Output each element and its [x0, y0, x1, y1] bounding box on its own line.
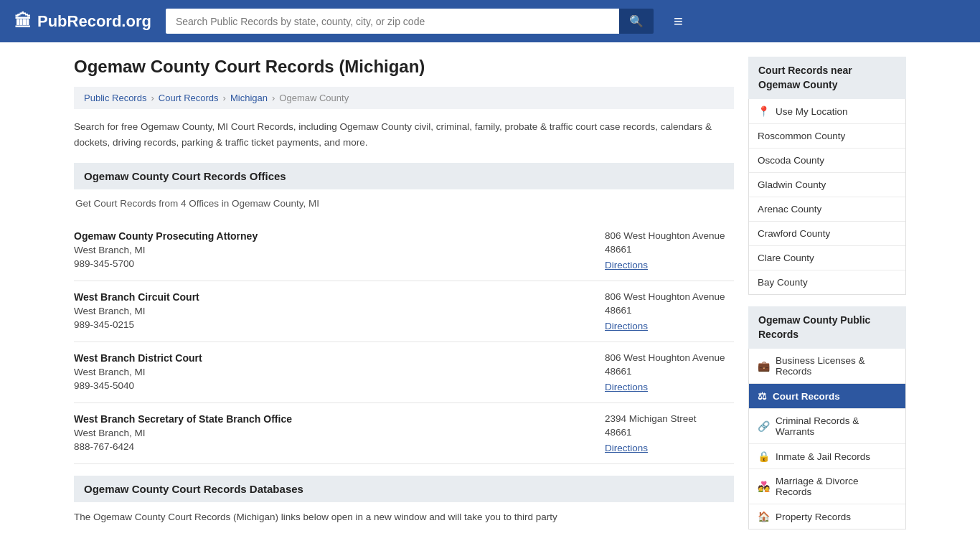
- office-address: 806 West Houghton Avenue: [605, 230, 734, 241]
- sidebar-nearby-title: Court Records nearOgemaw County: [748, 57, 906, 99]
- office-entry: West Branch District Court West Branch, …: [74, 342, 734, 403]
- content-area: Ogemaw County Court Records (Michigan) P…: [74, 57, 734, 541]
- sidebar-item-court-records[interactable]: ⚖ Court Records: [749, 384, 905, 409]
- office-right: 806 West Houghton Avenue 48661 Direction…: [590, 291, 734, 331]
- office-zip: 48661: [605, 366, 734, 377]
- sidebar: Court Records nearOgemaw County 📍 Use My…: [748, 57, 906, 541]
- lock-icon: 🔒: [758, 451, 770, 462]
- breadcrumb-sep-1: ›: [151, 93, 154, 103]
- directions-link[interactable]: Directions: [605, 382, 648, 392]
- sidebar-item-use-location[interactable]: 📍 Use My Location: [749, 99, 905, 124]
- office-phone: 989-345-5700: [74, 258, 590, 269]
- sidebar-item-inmate-records[interactable]: 🔒 Inmate & Jail Records: [749, 444, 905, 469]
- breadcrumb-ogemaw: Ogemaw County: [279, 93, 349, 103]
- sidebar-item-business-licenses[interactable]: 💼 Business Licenses & Records: [749, 349, 905, 384]
- office-phone: 888-767-6424: [74, 441, 590, 452]
- property-records-link[interactable]: Property Records: [776, 512, 851, 522]
- house-icon: 🏠: [758, 511, 770, 522]
- court-records-label: Court Records: [773, 391, 840, 402]
- briefcase-icon: 💼: [758, 360, 770, 372]
- sidebar-item-criminal-records[interactable]: 🔗 Criminal Records & Warrants: [749, 409, 905, 444]
- search-button[interactable]: 🔍: [619, 9, 654, 34]
- scales-icon: ⚖: [758, 390, 767, 402]
- sidebar-item-crawford[interactable]: Crawford County: [749, 222, 905, 246]
- page-title: Ogemaw County Court Records (Michigan): [74, 57, 734, 77]
- office-city: West Branch, MI: [74, 245, 590, 255]
- office-city: West Branch, MI: [74, 428, 590, 438]
- inmate-records-link[interactable]: Inmate & Jail Records: [776, 451, 870, 462]
- rings-icon: 💑: [758, 481, 770, 492]
- search-input[interactable]: [166, 9, 619, 34]
- search-bar: 🔍: [166, 9, 654, 34]
- sidebar-public-records-list: 💼 Business Licenses & Records ⚖ Court Re…: [748, 349, 906, 529]
- office-city: West Branch, MI: [74, 306, 590, 316]
- office-name: West Branch Circuit Court: [74, 291, 590, 303]
- menu-icon: ≡: [674, 12, 683, 30]
- main-container: Ogemaw County Court Records (Michigan) P…: [60, 42, 920, 551]
- criminal-records-link[interactable]: Criminal Records & Warrants: [776, 415, 897, 437]
- office-name: West Branch Secretary of State Branch Of…: [74, 413, 590, 425]
- office-zip: 48661: [605, 244, 734, 255]
- sidebar-item-property-records[interactable]: 🏠 Property Records: [749, 504, 905, 529]
- office-left: West Branch Secretary of State Branch Of…: [74, 413, 590, 452]
- sidebar-public-records-title: Ogemaw County PublicRecords: [748, 306, 906, 349]
- sidebar-item-clare[interactable]: Clare County: [749, 246, 905, 270]
- sidebar-item-bay[interactable]: Bay County: [749, 270, 905, 294]
- logo-text: PubRecord.org: [37, 12, 151, 31]
- office-name: Ogemaw County Prosecuting Attorney: [74, 230, 590, 242]
- office-entry: Ogemaw County Prosecuting Attorney West …: [74, 220, 734, 281]
- breadcrumb-sep-2: ›: [223, 93, 226, 103]
- office-right: 2394 Michigan Street 48661 Directions: [590, 413, 734, 453]
- breadcrumb-public-records[interactable]: Public Records: [84, 93, 146, 103]
- oscoda-link[interactable]: Oscoda County: [758, 155, 824, 166]
- logo-link[interactable]: 🏛 PubRecord.org: [14, 11, 151, 32]
- arenac-link[interactable]: Arenac County: [758, 204, 821, 215]
- site-header: 🏛 PubRecord.org 🔍 ≡: [0, 0, 980, 42]
- office-left: West Branch Circuit Court West Branch, M…: [74, 291, 590, 330]
- clare-link[interactable]: Clare County: [758, 253, 814, 263]
- breadcrumb-court-records[interactable]: Court Records: [159, 93, 219, 103]
- offices-sub-text: Get Court Records from 4 Offices in Ogem…: [74, 198, 734, 209]
- sidebar-item-marriage-records[interactable]: 💑 Marriage & Divorce Records: [749, 469, 905, 504]
- crawford-link[interactable]: Crawford County: [758, 228, 830, 239]
- location-pin-icon: 📍: [758, 105, 770, 117]
- sidebar-item-oscoda[interactable]: Oscoda County: [749, 149, 905, 173]
- sidebar-item-gladwin[interactable]: Gladwin County: [749, 173, 905, 197]
- office-name: West Branch District Court: [74, 352, 590, 364]
- sidebar-item-arenac[interactable]: Arenac County: [749, 197, 905, 222]
- sidebar-nearby-list: 📍 Use My Location Roscommon County Oscod…: [748, 99, 906, 295]
- chain-icon: 🔗: [758, 420, 770, 432]
- roscommon-link[interactable]: Roscommon County: [758, 131, 845, 141]
- office-address: 2394 Michigan Street: [605, 413, 734, 424]
- databases-section: Ogemaw County Court Records Databases Th…: [74, 476, 734, 525]
- office-right: 806 West Houghton Avenue 48661 Direction…: [590, 230, 734, 270]
- breadcrumb: Public Records › Court Records › Michiga…: [74, 87, 734, 109]
- directions-link[interactable]: Directions: [605, 443, 648, 453]
- marriage-records-link[interactable]: Marriage & Divorce Records: [776, 476, 897, 497]
- intro-text: Search for free Ogemaw County, MI Court …: [74, 119, 734, 150]
- databases-section-header: Ogemaw County Court Records Databases: [74, 476, 734, 502]
- office-zip: 48661: [605, 427, 734, 438]
- directions-link[interactable]: Directions: [605, 260, 648, 270]
- menu-button[interactable]: ≡: [668, 9, 689, 34]
- office-entry: West Branch Circuit Court West Branch, M…: [74, 281, 734, 342]
- directions-link[interactable]: Directions: [605, 321, 648, 331]
- office-left: Ogemaw County Prosecuting Attorney West …: [74, 230, 590, 269]
- business-licenses-link[interactable]: Business Licenses & Records: [776, 355, 897, 377]
- sidebar-item-roscommon[interactable]: Roscommon County: [749, 124, 905, 149]
- office-right: 806 West Houghton Avenue 48661 Direction…: [590, 352, 734, 392]
- search-icon: 🔍: [629, 15, 644, 27]
- office-left: West Branch District Court West Branch, …: [74, 352, 590, 391]
- office-zip: 48661: [605, 305, 734, 316]
- breadcrumb-michigan[interactable]: Michigan: [230, 93, 268, 103]
- office-address: 806 West Houghton Avenue: [605, 291, 734, 302]
- offices-section-header: Ogemaw County Court Records Offices: [74, 163, 734, 189]
- databases-text: The Ogemaw County Court Records (Michiga…: [74, 509, 734, 525]
- office-city: West Branch, MI: [74, 367, 590, 377]
- gladwin-link[interactable]: Gladwin County: [758, 179, 826, 190]
- bay-link[interactable]: Bay County: [758, 277, 808, 288]
- office-address: 806 West Houghton Avenue: [605, 352, 734, 363]
- office-phone: 989-345-0215: [74, 319, 590, 330]
- office-phone: 989-345-5040: [74, 380, 590, 391]
- office-entry: West Branch Secretary of State Branch Of…: [74, 403, 734, 464]
